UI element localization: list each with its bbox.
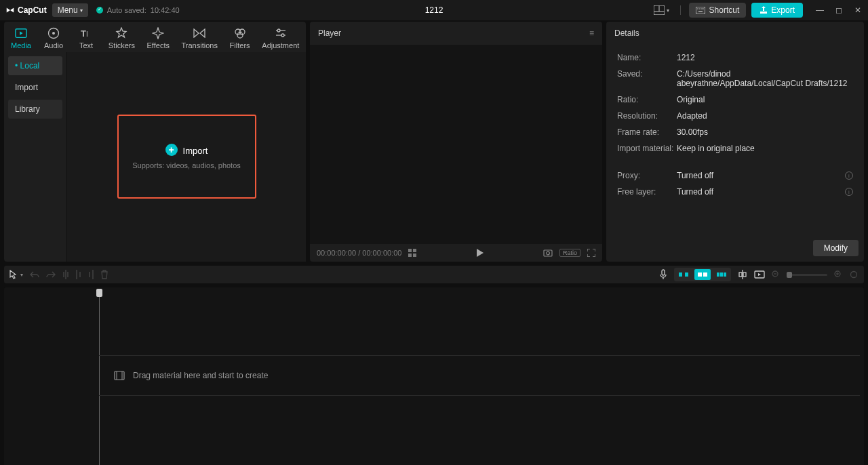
delete-icon[interactable] xyxy=(100,270,108,279)
tab-text-label: Text xyxy=(79,41,93,49)
preview-render-icon[interactable] xyxy=(754,270,765,279)
sidebar-item-local[interactable]: Local xyxy=(8,56,62,75)
snap-mode-3[interactable] xyxy=(713,269,730,280)
sidebar-item-import[interactable]: Import xyxy=(8,78,62,97)
autosave-status: Auto saved: 10:42:40 xyxy=(96,6,180,14)
sidebar-item-label: Library xyxy=(15,104,40,114)
app-name: CapCut xyxy=(18,5,47,15)
video-track[interactable]: Drag material here and start to create xyxy=(99,355,860,396)
import-dropzone[interactable]: + Import Supports: videos, audios, photo… xyxy=(117,115,256,199)
drag-hint-text: Drag material here and start to create xyxy=(133,371,268,380)
tab-adjustment[interactable]: Adjustment xyxy=(257,24,304,52)
layout-grid-icon[interactable]: ▾ xyxy=(651,3,672,18)
menu-label: Menu xyxy=(58,5,78,15)
tab-media-label: Media xyxy=(11,41,31,49)
svg-point-18 xyxy=(277,29,280,32)
player-panel: Player ≡ 00:00:00:00 / 00:00:00:00 Ratio xyxy=(310,22,602,262)
menu-button[interactable]: Menu ▾ xyxy=(52,3,88,17)
timeline-toolbar: ▾ xyxy=(4,266,864,283)
svg-text:I: I xyxy=(86,31,88,38)
info-icon[interactable]: i xyxy=(845,171,853,180)
detail-value-resolution: Adapted xyxy=(677,111,853,121)
check-circle-icon xyxy=(96,7,103,14)
player-viewport[interactable] xyxy=(310,45,602,244)
hamburger-icon[interactable]: ≡ xyxy=(589,28,594,38)
modify-button[interactable]: Modify xyxy=(813,240,859,256)
titlebar-right: ▾ Shortcut Export — ◻ ✕ xyxy=(651,3,863,18)
trim-right-icon[interactable] xyxy=(88,270,94,279)
svg-rect-39 xyxy=(717,272,719,277)
snap-mode-1[interactable] xyxy=(675,269,692,280)
tab-effects[interactable]: Effects xyxy=(142,24,175,52)
svg-rect-21 xyxy=(408,249,412,252)
effects-icon xyxy=(152,27,164,39)
detail-label-framerate: Frame rate: xyxy=(617,127,677,137)
media-icon xyxy=(15,27,27,39)
export-button[interactable]: Export xyxy=(751,3,803,18)
detail-value-proxy: Turned off xyxy=(677,171,845,180)
media-sub-sidebar: Local Import Library xyxy=(4,52,66,262)
redo-icon[interactable] xyxy=(46,270,56,279)
play-button[interactable] xyxy=(476,248,484,258)
tab-audio[interactable]: Audio xyxy=(38,24,69,52)
tab-filters[interactable]: Filters xyxy=(224,24,256,52)
trim-left-icon[interactable] xyxy=(76,270,81,279)
undo-icon[interactable] xyxy=(30,270,39,279)
tab-audio-label: Audio xyxy=(44,41,63,49)
titlebar: CapCut Menu ▾ Auto saved: 10:42:40 1212 … xyxy=(0,0,868,20)
player-controls: 00:00:00:00 / 00:00:00:00 Ratio xyxy=(310,244,602,262)
minimize-button[interactable]: — xyxy=(815,5,825,15)
import-title: Import xyxy=(183,146,208,156)
maximize-button[interactable]: ◻ xyxy=(834,5,844,15)
chevron-down-icon: ▾ xyxy=(80,7,83,14)
tab-stickers[interactable]: Stickers xyxy=(103,24,140,52)
zoom-slider[interactable] xyxy=(787,274,827,276)
detail-label-freelayer: Free layer: xyxy=(617,187,677,197)
import-subtitle: Supports: videos, audios, photos xyxy=(132,161,241,169)
zoom-out-icon[interactable] xyxy=(772,270,780,279)
split-icon[interactable] xyxy=(62,270,69,279)
tab-media[interactable]: Media xyxy=(5,24,37,52)
snap-mode-2[interactable] xyxy=(694,269,711,280)
sidebar-item-label: Import xyxy=(15,83,38,92)
import-area: + Import Supports: videos, audios, photo… xyxy=(66,52,306,262)
shortcut-label: Shortcut xyxy=(709,5,740,15)
svg-rect-3 xyxy=(696,7,705,14)
mic-icon[interactable] xyxy=(659,269,667,280)
svg-point-4 xyxy=(697,8,698,9)
fit-zoom-icon[interactable] xyxy=(849,270,859,279)
shortcut-button[interactable]: Shortcut xyxy=(689,3,747,18)
film-icon xyxy=(114,371,125,380)
detail-label-proxy: Proxy: xyxy=(617,171,677,180)
selection-tool-icon[interactable]: ▾ xyxy=(9,270,23,279)
svg-rect-24 xyxy=(413,254,416,257)
player-header: Player ≡ xyxy=(310,22,602,45)
detail-label-saved: Saved: xyxy=(617,69,677,88)
tab-transitions[interactable]: Transitions xyxy=(176,24,223,52)
plus-circle-icon: + xyxy=(165,144,178,156)
color-grid-icon[interactable] xyxy=(408,249,416,257)
zoom-in-icon[interactable] xyxy=(834,270,842,279)
drag-hint: Drag material here and start to create xyxy=(114,371,268,380)
audio-icon xyxy=(47,27,60,39)
close-button[interactable]: ✕ xyxy=(853,5,863,15)
fullscreen-icon[interactable] xyxy=(587,249,595,257)
details-title: Details xyxy=(614,28,639,38)
left-body: Local Import Library + Import Supports: … xyxy=(4,52,306,262)
divider xyxy=(680,5,681,15)
timeline[interactable]: Drag material here and start to create xyxy=(4,287,864,465)
svg-rect-36 xyxy=(685,272,688,277)
snapshot-icon[interactable] xyxy=(543,249,553,257)
svg-rect-25 xyxy=(544,250,552,256)
export-icon xyxy=(760,6,768,14)
svg-rect-34 xyxy=(662,270,665,275)
ratio-button[interactable]: Ratio xyxy=(559,249,580,257)
sidebar-item-library[interactable]: Library xyxy=(8,100,62,119)
asset-tabs: Media Audio TI Text Stickers Effects Tra… xyxy=(4,22,306,52)
tab-transitions-label: Transitions xyxy=(182,41,218,49)
align-icon[interactable] xyxy=(738,270,747,279)
svg-point-26 xyxy=(547,251,550,255)
tab-text[interactable]: TI Text xyxy=(71,24,102,52)
transitions-icon xyxy=(193,27,205,39)
info-icon[interactable]: i xyxy=(845,188,853,196)
